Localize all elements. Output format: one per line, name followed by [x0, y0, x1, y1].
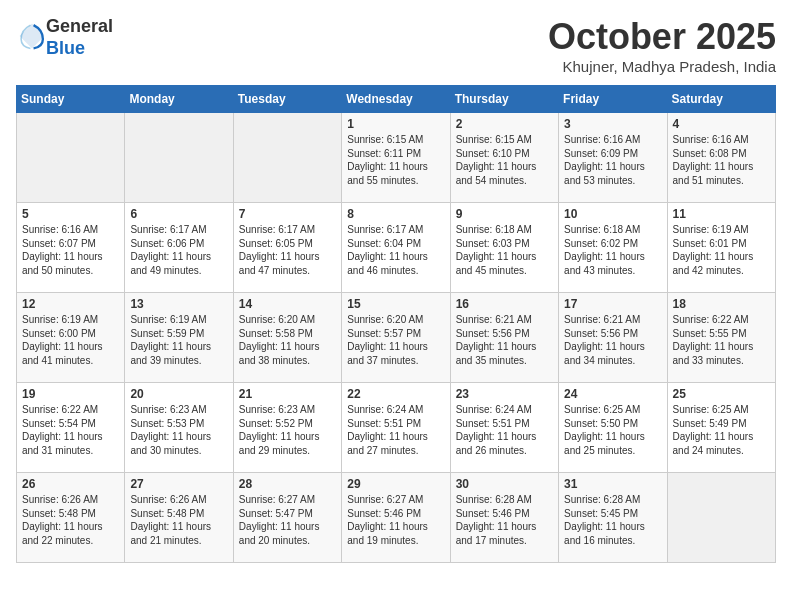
- day-number: 11: [673, 207, 770, 221]
- day-number: 26: [22, 477, 119, 491]
- day-number: 3: [564, 117, 661, 131]
- calendar-cell: 8Sunrise: 6:17 AMSunset: 6:04 PMDaylight…: [342, 203, 450, 293]
- day-number: 5: [22, 207, 119, 221]
- cell-content: Sunrise: 6:15 AMSunset: 6:10 PMDaylight:…: [456, 133, 553, 187]
- day-number: 24: [564, 387, 661, 401]
- calendar-week-2: 5Sunrise: 6:16 AMSunset: 6:07 PMDaylight…: [17, 203, 776, 293]
- day-number: 12: [22, 297, 119, 311]
- calendar-cell: 31Sunrise: 6:28 AMSunset: 5:45 PMDayligh…: [559, 473, 667, 563]
- calendar-table: SundayMondayTuesdayWednesdayThursdayFrid…: [16, 85, 776, 563]
- cell-content: Sunrise: 6:16 AMSunset: 6:08 PMDaylight:…: [673, 133, 770, 187]
- calendar-cell: 15Sunrise: 6:20 AMSunset: 5:57 PMDayligh…: [342, 293, 450, 383]
- title-block: October 2025 Khujner, Madhya Pradesh, In…: [548, 16, 776, 75]
- cell-content: Sunrise: 6:19 AMSunset: 6:01 PMDaylight:…: [673, 223, 770, 277]
- day-number: 19: [22, 387, 119, 401]
- cell-content: Sunrise: 6:21 AMSunset: 5:56 PMDaylight:…: [456, 313, 553, 367]
- calendar-cell: 21Sunrise: 6:23 AMSunset: 5:52 PMDayligh…: [233, 383, 341, 473]
- cell-content: Sunrise: 6:18 AMSunset: 6:02 PMDaylight:…: [564, 223, 661, 277]
- calendar-cell: 1Sunrise: 6:15 AMSunset: 6:11 PMDaylight…: [342, 113, 450, 203]
- calendar-cell: [233, 113, 341, 203]
- weekday-header-wednesday: Wednesday: [342, 86, 450, 113]
- calendar-cell: [125, 113, 233, 203]
- calendar-cell: 26Sunrise: 6:26 AMSunset: 5:48 PMDayligh…: [17, 473, 125, 563]
- cell-content: Sunrise: 6:28 AMSunset: 5:45 PMDaylight:…: [564, 493, 661, 547]
- day-number: 7: [239, 207, 336, 221]
- cell-content: Sunrise: 6:18 AMSunset: 6:03 PMDaylight:…: [456, 223, 553, 277]
- calendar-cell: 2Sunrise: 6:15 AMSunset: 6:10 PMDaylight…: [450, 113, 558, 203]
- calendar-cell: 25Sunrise: 6:25 AMSunset: 5:49 PMDayligh…: [667, 383, 775, 473]
- cell-content: Sunrise: 6:26 AMSunset: 5:48 PMDaylight:…: [130, 493, 227, 547]
- cell-content: Sunrise: 6:22 AMSunset: 5:54 PMDaylight:…: [22, 403, 119, 457]
- calendar-cell: 4Sunrise: 6:16 AMSunset: 6:08 PMDaylight…: [667, 113, 775, 203]
- logo: General Blue: [16, 16, 113, 59]
- cell-content: Sunrise: 6:20 AMSunset: 5:57 PMDaylight:…: [347, 313, 444, 367]
- weekday-header-friday: Friday: [559, 86, 667, 113]
- day-number: 30: [456, 477, 553, 491]
- calendar-cell: 11Sunrise: 6:19 AMSunset: 6:01 PMDayligh…: [667, 203, 775, 293]
- calendar-cell: 5Sunrise: 6:16 AMSunset: 6:07 PMDaylight…: [17, 203, 125, 293]
- calendar-cell: 7Sunrise: 6:17 AMSunset: 6:05 PMDaylight…: [233, 203, 341, 293]
- weekday-header-monday: Monday: [125, 86, 233, 113]
- calendar-cell: 28Sunrise: 6:27 AMSunset: 5:47 PMDayligh…: [233, 473, 341, 563]
- cell-content: Sunrise: 6:21 AMSunset: 5:56 PMDaylight:…: [564, 313, 661, 367]
- day-number: 15: [347, 297, 444, 311]
- cell-content: Sunrise: 6:27 AMSunset: 5:47 PMDaylight:…: [239, 493, 336, 547]
- calendar-cell: 18Sunrise: 6:22 AMSunset: 5:55 PMDayligh…: [667, 293, 775, 383]
- day-number: 4: [673, 117, 770, 131]
- day-number: 13: [130, 297, 227, 311]
- day-number: 22: [347, 387, 444, 401]
- day-number: 21: [239, 387, 336, 401]
- calendar-cell: 9Sunrise: 6:18 AMSunset: 6:03 PMDaylight…: [450, 203, 558, 293]
- day-number: 20: [130, 387, 227, 401]
- cell-content: Sunrise: 6:19 AMSunset: 6:00 PMDaylight:…: [22, 313, 119, 367]
- cell-content: Sunrise: 6:17 AMSunset: 6:05 PMDaylight:…: [239, 223, 336, 277]
- cell-content: Sunrise: 6:20 AMSunset: 5:58 PMDaylight:…: [239, 313, 336, 367]
- day-number: 27: [130, 477, 227, 491]
- calendar-cell: 22Sunrise: 6:24 AMSunset: 5:51 PMDayligh…: [342, 383, 450, 473]
- day-number: 29: [347, 477, 444, 491]
- calendar-cell: 13Sunrise: 6:19 AMSunset: 5:59 PMDayligh…: [125, 293, 233, 383]
- calendar-week-3: 12Sunrise: 6:19 AMSunset: 6:00 PMDayligh…: [17, 293, 776, 383]
- calendar-cell: 14Sunrise: 6:20 AMSunset: 5:58 PMDayligh…: [233, 293, 341, 383]
- cell-content: Sunrise: 6:27 AMSunset: 5:46 PMDaylight:…: [347, 493, 444, 547]
- cell-content: Sunrise: 6:22 AMSunset: 5:55 PMDaylight:…: [673, 313, 770, 367]
- cell-content: Sunrise: 6:19 AMSunset: 5:59 PMDaylight:…: [130, 313, 227, 367]
- calendar-cell: [17, 113, 125, 203]
- calendar-cell: 3Sunrise: 6:16 AMSunset: 6:09 PMDaylight…: [559, 113, 667, 203]
- page-header: General Blue October 2025 Khujner, Madhy…: [16, 16, 776, 75]
- calendar-cell: 24Sunrise: 6:25 AMSunset: 5:50 PMDayligh…: [559, 383, 667, 473]
- weekday-header-row: SundayMondayTuesdayWednesdayThursdayFrid…: [17, 86, 776, 113]
- cell-content: Sunrise: 6:24 AMSunset: 5:51 PMDaylight:…: [456, 403, 553, 457]
- month-title: October 2025: [548, 16, 776, 58]
- day-number: 10: [564, 207, 661, 221]
- weekday-header-sunday: Sunday: [17, 86, 125, 113]
- cell-content: Sunrise: 6:26 AMSunset: 5:48 PMDaylight:…: [22, 493, 119, 547]
- logo-icon: [18, 22, 46, 50]
- calendar-body: 1Sunrise: 6:15 AMSunset: 6:11 PMDaylight…: [17, 113, 776, 563]
- cell-content: Sunrise: 6:23 AMSunset: 5:53 PMDaylight:…: [130, 403, 227, 457]
- calendar-cell: 27Sunrise: 6:26 AMSunset: 5:48 PMDayligh…: [125, 473, 233, 563]
- calendar-cell: [667, 473, 775, 563]
- cell-content: Sunrise: 6:15 AMSunset: 6:11 PMDaylight:…: [347, 133, 444, 187]
- day-number: 16: [456, 297, 553, 311]
- weekday-header-tuesday: Tuesday: [233, 86, 341, 113]
- calendar-cell: 16Sunrise: 6:21 AMSunset: 5:56 PMDayligh…: [450, 293, 558, 383]
- calendar-cell: 23Sunrise: 6:24 AMSunset: 5:51 PMDayligh…: [450, 383, 558, 473]
- calendar-cell: 19Sunrise: 6:22 AMSunset: 5:54 PMDayligh…: [17, 383, 125, 473]
- calendar-cell: 6Sunrise: 6:17 AMSunset: 6:06 PMDaylight…: [125, 203, 233, 293]
- calendar-cell: 10Sunrise: 6:18 AMSunset: 6:02 PMDayligh…: [559, 203, 667, 293]
- cell-content: Sunrise: 6:25 AMSunset: 5:50 PMDaylight:…: [564, 403, 661, 457]
- day-number: 17: [564, 297, 661, 311]
- cell-content: Sunrise: 6:16 AMSunset: 6:07 PMDaylight:…: [22, 223, 119, 277]
- day-number: 25: [673, 387, 770, 401]
- calendar-cell: 12Sunrise: 6:19 AMSunset: 6:00 PMDayligh…: [17, 293, 125, 383]
- day-number: 8: [347, 207, 444, 221]
- calendar-week-1: 1Sunrise: 6:15 AMSunset: 6:11 PMDaylight…: [17, 113, 776, 203]
- day-number: 31: [564, 477, 661, 491]
- day-number: 18: [673, 297, 770, 311]
- cell-content: Sunrise: 6:25 AMSunset: 5:49 PMDaylight:…: [673, 403, 770, 457]
- cell-content: Sunrise: 6:23 AMSunset: 5:52 PMDaylight:…: [239, 403, 336, 457]
- cell-content: Sunrise: 6:17 AMSunset: 6:06 PMDaylight:…: [130, 223, 227, 277]
- day-number: 1: [347, 117, 444, 131]
- calendar-week-4: 19Sunrise: 6:22 AMSunset: 5:54 PMDayligh…: [17, 383, 776, 473]
